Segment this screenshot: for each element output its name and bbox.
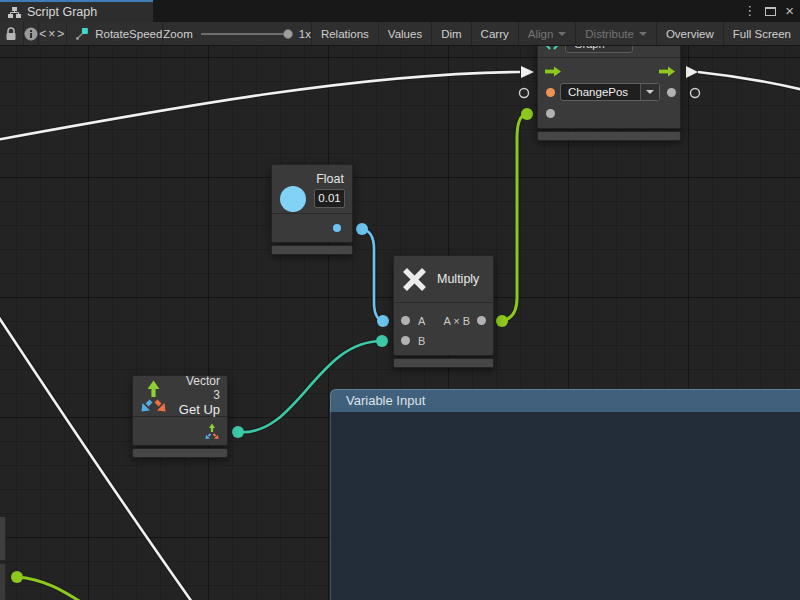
wire-endpoint[interactable] (377, 315, 389, 327)
vector3-subtitle: Get Up (177, 402, 220, 418)
chevron-down-icon (558, 32, 566, 36)
lock-button[interactable] (0, 22, 24, 45)
graph-node-icon (75, 27, 89, 41)
float-output-port[interactable] (333, 224, 341, 232)
zoom-label: Zoom (163, 28, 192, 40)
vector3-title: Vector 3 (177, 374, 220, 402)
window-maximize-icon[interactable] (765, 7, 776, 16)
window-menu-icon[interactable]: ⋮ (743, 2, 756, 20)
wire-green-bottom (17, 577, 84, 600)
graph-source-dropdown[interactable]: Graph (565, 46, 633, 53)
group-header[interactable]: Variable Input (330, 389, 800, 412)
zoom-value: 1x (299, 28, 311, 40)
node-fragment-offscreen[interactable] (0, 563, 6, 600)
vector3-output-port[interactable] (204, 423, 220, 440)
chevron-down-icon (639, 32, 647, 36)
wire-multiply-to-graph (502, 114, 527, 321)
script-graph-icon (8, 7, 21, 18)
full-screen-button[interactable]: Full Screen (724, 22, 800, 45)
wire-endpoint[interactable] (356, 223, 368, 235)
unconnected-port-ring[interactable] (691, 89, 700, 98)
multiply-title: Multiply (437, 272, 479, 286)
tab-script-graph[interactable]: Script Graph (0, 0, 153, 22)
node-footer (271, 245, 353, 255)
wire-endpoint[interactable] (232, 426, 244, 438)
chevron-down-icon (646, 90, 654, 94)
wire-endpoint[interactable] (496, 315, 508, 327)
info-icon (24, 27, 38, 41)
tab-bar: Script Graph ⋮ × (0, 0, 800, 22)
window-close-icon[interactable]: × (785, 2, 794, 20)
lock-icon (5, 27, 17, 41)
flow-out-arrowhead[interactable] (686, 66, 698, 78)
zoom-slider-knob[interactable] (283, 29, 293, 39)
node-graph-unit[interactable]: Graph Cha (537, 46, 681, 141)
wire-flow-out (698, 72, 800, 90)
tab-label: Script Graph (27, 5, 97, 19)
value-port-row (538, 103, 680, 124)
port-row-b: B (394, 331, 493, 351)
flow-output-arrow-icon[interactable] (659, 66, 675, 77)
value-port-row: ChangePos (538, 82, 680, 103)
relations-button[interactable]: Relations (312, 22, 379, 45)
float-title: Float (316, 172, 344, 186)
values-button[interactable]: Values (379, 22, 432, 45)
carry-button[interactable]: Carry (472, 22, 519, 45)
graph-reference-label: RotateSpeed (95, 28, 162, 40)
graph-unit-header: Graph (538, 46, 680, 58)
code-view-toggle[interactable]: <×> (39, 22, 67, 45)
group-body[interactable] (330, 412, 800, 600)
output-port-axb[interactable] (477, 316, 486, 325)
wire-flow-diagonal (0, 316, 192, 600)
input-port[interactable] (546, 109, 555, 118)
overview-button[interactable]: Overview (657, 22, 724, 45)
unconnected-port-ring[interactable] (520, 89, 529, 98)
output-port[interactable] (667, 88, 676, 97)
wire-flow-in (0, 72, 520, 140)
node-multiply[interactable]: Multiply A A × B B (393, 255, 494, 368)
group-title: Variable Input (346, 393, 425, 408)
changepos-value: ChangePos (561, 84, 640, 100)
wire-float-to-multiply (362, 229, 383, 321)
flow-input-arrow-icon[interactable] (545, 66, 561, 77)
port-label-b: B (418, 335, 425, 347)
node-fragment-offscreen[interactable] (0, 516, 6, 561)
float-value-field[interactable]: 0.01 (314, 189, 345, 208)
graph-reference-breadcrumb[interactable]: RotateSpeed (67, 22, 163, 45)
node-footer (132, 448, 228, 458)
node-float-literal[interactable]: Float 0.01 (271, 164, 353, 255)
wire-endpoint[interactable] (521, 108, 533, 120)
port-label-axb: A × B (443, 315, 470, 327)
zoom-control: Zoom 1x (163, 22, 312, 45)
flow-in-arrowhead[interactable] (521, 66, 534, 78)
port-row-a: A A × B (394, 311, 493, 331)
float-type-icon (280, 186, 306, 212)
node-footer (537, 131, 681, 141)
wire-endpoint[interactable] (376, 335, 388, 347)
graph-toolbar: <×> RotateSpeed Zoom 1x Relations Values… (0, 22, 800, 46)
changepos-dropdown[interactable]: ChangePos (560, 83, 660, 101)
info-button[interactable] (24, 22, 40, 45)
multiply-icon (401, 266, 428, 293)
dim-button[interactable]: Dim (432, 22, 471, 45)
vector3-icon (138, 379, 169, 414)
dropdown-arrow-button[interactable] (640, 84, 659, 100)
align-dropdown[interactable]: Align (519, 22, 577, 45)
group-variable-input[interactable]: Variable Input (330, 389, 800, 600)
node-footer (393, 358, 494, 368)
distribute-dropdown[interactable]: Distribute (576, 22, 657, 45)
input-port-a[interactable] (401, 316, 410, 325)
input-port-orange[interactable] (546, 88, 555, 97)
port-label-a: A (418, 315, 425, 327)
input-port-b[interactable] (401, 336, 410, 345)
zoom-slider[interactable] (201, 33, 291, 35)
code-toggle-label: <×> (39, 27, 66, 41)
wire-endpoint[interactable] (11, 571, 23, 583)
graph-icon (545, 46, 559, 50)
node-vector3-get-up[interactable]: Vector 3 Get Up (132, 375, 228, 458)
graph-canvas[interactable]: Graph Cha (0, 46, 800, 600)
flow-port-row (538, 61, 680, 82)
